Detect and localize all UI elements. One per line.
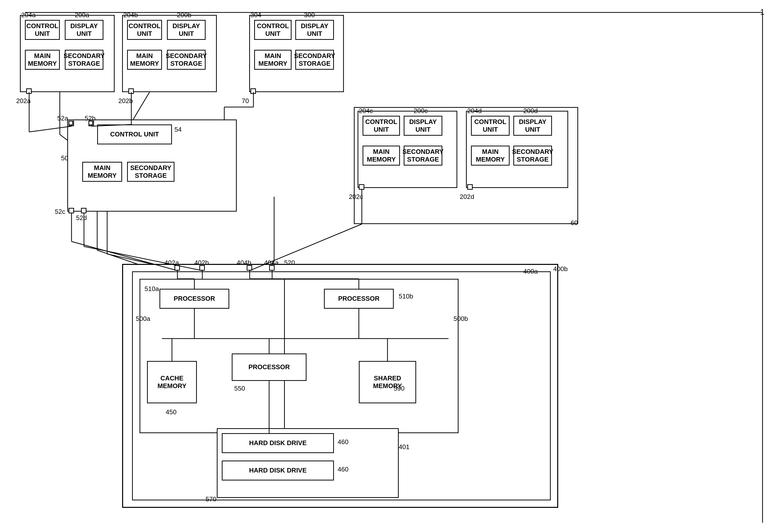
label-204c: 204c — [359, 107, 373, 115]
label-200d: 200d — [523, 107, 538, 115]
label-202a: 202a — [16, 97, 31, 105]
connector-52b-port — [88, 121, 93, 125]
processor-510a: PROCESSOR — [159, 289, 229, 309]
label-510a: 510a — [144, 285, 159, 293]
display-unit-200a: DISPLAYUNIT — [65, 20, 103, 40]
label-500a: 500a — [136, 315, 150, 323]
label-52a: 52a — [57, 115, 68, 122]
main-memory-200d: MAINMEMORY — [471, 146, 509, 166]
main-memory-300: MAINMEMORY — [254, 50, 292, 70]
control-unit-200a: CONTROLUNIT — [25, 20, 60, 40]
secondary-storage-200c: SECONDARYSTORAGE — [404, 146, 442, 166]
main-memory-200a: MAINMEMORY — [25, 50, 60, 70]
label-402a: 402a — [164, 259, 179, 267]
label-202d: 202d — [460, 193, 474, 201]
secondary-storage-server: SECONDARYSTORAGE — [127, 162, 174, 182]
connector-202b — [128, 88, 134, 94]
label-204a: 204a — [21, 11, 36, 19]
control-unit-200b: CONTROLUNIT — [127, 20, 162, 40]
shared-memory: SHAREDMEMORY — [359, 361, 416, 403]
label-200b: 200b — [177, 11, 191, 19]
connector-70 — [251, 88, 256, 94]
cache-memory: CACHEMEMORY — [147, 361, 197, 403]
secondary-storage-200d: SECONDARYSTORAGE — [513, 146, 552, 166]
label-570: 570 — [206, 495, 216, 503]
label-52d: 52d — [76, 214, 87, 222]
label-402b: 402b — [195, 259, 209, 267]
label-60: 60 — [570, 219, 578, 227]
main-memory-200b: MAINMEMORY — [127, 50, 162, 70]
connector-202d — [467, 184, 473, 190]
label-200a: 200a — [75, 11, 89, 19]
display-unit-200c: DISPLAYUNIT — [404, 116, 442, 136]
ref-1: 1 — [760, 7, 765, 17]
secondary-storage-300: SECONDARYSTORAGE — [295, 50, 334, 70]
label-300: 300 — [304, 11, 315, 19]
label-204d: 204d — [467, 107, 482, 115]
label-202c: 202c — [349, 193, 363, 201]
main-memory-200c: MAINMEMORY — [363, 146, 400, 166]
label-590: 590 — [394, 385, 404, 392]
label-520: 520 — [284, 259, 295, 267]
label-550: 550 — [234, 385, 245, 392]
label-52c: 52c — [55, 208, 65, 216]
label-460-2: 460 — [338, 466, 348, 473]
main-memory-server: MAINMEMORY — [82, 162, 122, 182]
display-unit-300: DISPLAYUNIT — [295, 20, 334, 40]
connector-202a — [26, 88, 32, 94]
label-50: 50 — [61, 154, 68, 162]
connector-52a-port — [68, 121, 73, 125]
control-unit-200c: CONTROLUNIT — [363, 116, 400, 136]
label-400a: 400a — [523, 268, 538, 275]
label-460-1: 460 — [338, 438, 348, 446]
label-204b: 204b — [123, 11, 138, 19]
label-202b: 202b — [118, 97, 133, 105]
label-500b: 500b — [453, 315, 468, 323]
connector-52d — [81, 208, 86, 213]
label-404a: 404a — [264, 259, 279, 267]
label-404b: 404b — [237, 259, 251, 267]
control-unit-200d: CONTROLUNIT — [471, 116, 509, 136]
control-unit-server: CONTROL UNIT — [97, 124, 172, 144]
label-304: 304 — [251, 11, 261, 19]
control-unit-300: CONTROLUNIT — [254, 20, 292, 40]
label-401: 401 — [399, 443, 409, 451]
label-54: 54 — [174, 126, 182, 133]
display-unit-200b: DISPLAYUNIT — [167, 20, 206, 40]
label-400b: 400b — [553, 265, 568, 273]
secondary-storage-200b: SECONDARYSTORAGE — [167, 50, 206, 70]
label-510b: 510b — [399, 293, 413, 300]
label-70: 70 — [242, 97, 249, 105]
processor-550: PROCESSOR — [232, 354, 307, 381]
label-450: 450 — [166, 408, 176, 416]
svg-line-47 — [29, 126, 71, 132]
label-200c: 200c — [414, 107, 428, 115]
diagram: 1 204a 200a CONTROLUNIT DISPLAYUNIT MAIN… — [0, 0, 772, 532]
hdd-1: HARD DISK DRIVE — [222, 433, 334, 453]
secondary-storage-200a: SECONDARYSTORAGE — [65, 50, 103, 70]
display-unit-200d: DISPLAYUNIT — [513, 116, 552, 136]
processor-510b: PROCESSOR — [324, 289, 394, 309]
connector-52c — [68, 208, 74, 213]
hdd-2: HARD DISK DRIVE — [222, 461, 334, 480]
connector-202c — [359, 184, 364, 190]
